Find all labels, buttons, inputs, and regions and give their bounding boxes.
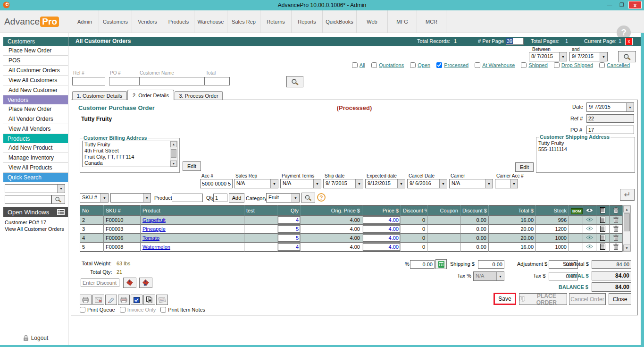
window-list-icon[interactable] [57,209,65,215]
filter-shipped-label[interactable]: Shipped [528,62,547,68]
qty-input[interactable] [278,234,300,242]
search-ref-input[interactable] [72,77,105,85]
sidebar-item-all-customer-orders[interactable]: All Customer Orders [3,66,68,76]
sidebar-item-add-new-product[interactable]: Add New Product [3,143,68,153]
open-window-item[interactable]: View All Customer Orders [5,226,68,232]
filter-open-label[interactable]: Open [418,62,430,68]
sidebar-item-manage-inventory[interactable]: Manage Inventory [3,153,68,163]
date-to-select[interactable]: 9/ 7/2015▼ [569,52,608,61]
filter-all-checkbox[interactable] [352,62,358,68]
sidebar-item-pos[interactable]: POS [3,56,68,66]
scroll-down-icon[interactable]: ▼ [170,161,177,167]
sidebar-item-place-new-order[interactable]: Place New Order [3,46,68,56]
apply-discount-button[interactable] [123,278,136,288]
menu-mcr[interactable]: MCR [417,10,446,33]
menu-sales-rep[interactable]: Sales Rep [227,10,260,33]
trash-icon[interactable] [613,235,619,241]
carrier-acc-select[interactable]: ▼ [495,179,518,188]
copy-button[interactable] [143,295,155,305]
acc-input[interactable] [200,179,233,188]
sales-rep-select[interactable]: N/A▼ [234,179,278,188]
quick-search-input[interactable] [5,195,51,204]
search-total-input[interactable] [204,77,230,85]
product-link[interactable]: Pineapple [142,226,166,232]
trash-icon[interactable] [613,244,619,250]
product-search-button[interactable] [301,193,315,203]
filter-cancelled-checkbox[interactable] [599,62,605,68]
price-input[interactable] [363,234,400,242]
minimize-button[interactable]: — [604,1,615,9]
table-scrollbar[interactable]: ▲ ▼ [623,205,631,252]
add-product-input[interactable] [172,194,203,202]
close-view-button[interactable]: x [625,38,633,45]
trash-icon[interactable] [613,217,619,223]
eye-icon[interactable] [586,217,593,222]
close-window-button[interactable]: x [628,1,642,9]
edit-billing-button[interactable]: Edit [183,161,201,171]
print-button[interactable] [80,295,92,305]
price-input[interactable] [363,225,400,233]
menu-mfg[interactable]: MFG [388,10,417,33]
print-preview-button[interactable] [118,295,130,305]
menu-customers[interactable]: Customers [99,10,132,33]
menu-products[interactable]: Products [163,10,194,33]
notes-icon[interactable] [600,244,605,250]
orders-search-button[interactable] [286,76,303,87]
sidebar-item-vendor-place-new-order[interactable]: Place New Order [3,104,68,114]
filter-open-checkbox[interactable] [410,62,416,68]
filter-quotations-label[interactable]: Quotations [379,62,404,68]
close-button[interactable]: Close [609,293,631,305]
cancel-order-button[interactable]: Cancel Order [569,293,606,305]
print-queue-checkbox[interactable] [80,307,85,313]
notes-icon[interactable] [600,235,605,241]
save-button[interactable]: Save [493,293,516,305]
qty-input[interactable] [278,243,300,251]
stamp-button[interactable] [156,295,168,305]
filter-at-warehouse-checkbox[interactable] [475,62,480,68]
menu-warehouse[interactable]: Warehouse [194,10,227,33]
maximize-button[interactable]: ❐ [616,1,627,9]
add-button[interactable]: Add [229,193,244,203]
expected-date-select[interactable]: 9/12/2015▼ [365,179,405,188]
payment-terms-select[interactable]: N/A▼ [280,179,321,188]
calculator-button[interactable] [435,259,447,269]
filter-all-label[interactable]: All [360,62,365,68]
po-input[interactable] [586,126,634,134]
sidebar-item-all-vendor-orders[interactable]: All Vendor Orders [3,114,68,124]
sidebar-item-view-all-vendors[interactable]: View All Vendors [3,124,68,134]
scroll-down-icon[interactable]: ▼ [623,245,630,251]
product-link[interactable]: Grapefruit [142,217,166,223]
invoice-only-checkbox[interactable] [120,307,125,313]
notes-icon[interactable] [600,217,605,223]
cancel-date-select[interactable]: 9/ 6/2016▼ [407,179,447,188]
menu-web[interactable]: Web [357,10,388,33]
menu-returns[interactable]: Returns [260,10,292,33]
price-input[interactable] [363,216,400,224]
menu-quickbooks[interactable]: QuickBooks [323,10,357,33]
tab-customer-details[interactable]: 1. Customer Details [72,91,127,100]
scroll-up-icon[interactable]: ▲ [623,206,630,212]
billing-address-scrollbar[interactable]: ▲ ▼ [170,141,177,167]
order-date-select[interactable]: 9/ 7/2015▼ [586,102,634,112]
carrier-select[interactable]: N/A▼ [449,179,493,188]
logout-button[interactable]: Logout [3,335,68,341]
add-qty-input[interactable] [213,194,227,202]
sidebar-item-view-all-customers[interactable]: View All Customers [3,76,68,85]
ship-date-select[interactable]: 9/ 7/2015▼ [323,179,363,188]
edit-shipping-button[interactable]: Edit [515,162,534,172]
quick-search-category-select[interactable]: ▼ [5,184,65,193]
eye-icon[interactable] [586,226,593,231]
remove-discount-button[interactable] [139,278,152,288]
open-window-item[interactable]: Customer PO# 17 [5,219,68,226]
sku-mode-select[interactable]: SKU #▼ [80,193,109,203]
filter-drop-shipped-label[interactable]: Drop Shipped [561,62,593,68]
tab-process-order[interactable]: 3. Process Order [175,91,223,100]
select-all-button[interactable] [131,295,142,305]
sidebar-item-view-all-products[interactable]: View All Products [3,163,68,173]
date-from-select[interactable]: 8/ 7/2015▼ [529,52,567,61]
qty-input[interactable] [278,216,300,224]
notes-icon[interactable] [600,226,605,232]
filter-quotations-checkbox[interactable] [371,62,377,68]
quick-search-button[interactable] [51,195,65,204]
filter-at-warehouse-label[interactable]: At Warehouse [482,62,515,68]
